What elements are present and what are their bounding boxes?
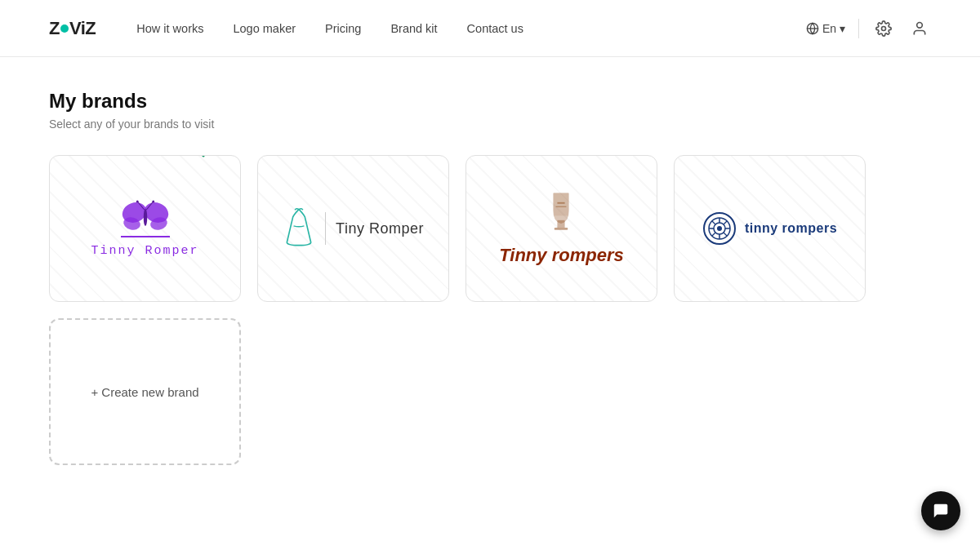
nav-brand-kit[interactable]: Brand kit (390, 22, 437, 35)
user-icon (911, 20, 928, 37)
logo-dot (60, 24, 69, 33)
nav-right: En ▾ (806, 17, 931, 40)
svg-point-8 (143, 209, 147, 226)
lang-label: En (822, 22, 836, 35)
svg-line-23 (724, 233, 727, 236)
nav-divider (858, 19, 859, 38)
nav-links: How it works Logo maker Pricing Brand ki… (136, 21, 806, 36)
settings-button[interactable] (872, 17, 895, 40)
globe-icon (806, 22, 819, 35)
language-selector[interactable]: En ▾ (806, 22, 845, 35)
brand-card-4[interactable]: tinny rompers (674, 155, 866, 302)
create-new-label: + Create new brand (91, 385, 198, 399)
svg-rect-14 (555, 228, 568, 230)
svg-line-25 (712, 233, 715, 236)
svg-line-24 (724, 221, 727, 224)
chevron-down-icon: ▾ (840, 22, 845, 35)
brands-grid: Tinny Romper Tiny Ro (49, 155, 866, 302)
arrow-annotation (167, 155, 232, 175)
brand-1-name: Tinny Romper (91, 244, 198, 258)
brand-4-logo: tinny rompers (702, 211, 837, 246)
brand-1-logo: Tinny Romper (91, 199, 198, 258)
gear-icon (875, 20, 892, 37)
svg-line-22 (712, 221, 715, 224)
brand-card-2[interactable]: Tiny Romper (257, 155, 449, 302)
butterfly-icon (121, 199, 170, 236)
brand-1-inner: Tinny Romper (91, 199, 198, 258)
trophy-icon (541, 192, 581, 237)
svg-point-26 (717, 226, 722, 231)
brand-card-3[interactable]: Tinny rompers (466, 155, 657, 302)
page-subtitle: Select any of your brands to visit (49, 118, 931, 131)
brand-card-1[interactable]: Tinny Romper (49, 155, 241, 302)
svg-point-12 (152, 201, 154, 203)
brand-2-name: Tiny Romper (336, 220, 424, 237)
nav-logo-maker[interactable]: Logo maker (233, 22, 296, 35)
logo-text: Z (49, 18, 60, 39)
brand-4-inner: tinny rompers (702, 211, 837, 246)
nav-pricing[interactable]: Pricing (325, 22, 361, 35)
nav-how-it-works[interactable]: How it works (136, 22, 203, 35)
nav-contact-us[interactable]: Contact us (467, 22, 523, 35)
brand-2-logo: Tiny Romper (283, 206, 424, 251)
emblem-icon (702, 211, 737, 246)
logo-text2: ViZ (69, 18, 96, 39)
brand-4-name: tinny rompers (745, 221, 837, 236)
logo[interactable]: ZViZ (49, 18, 96, 39)
navbar: ZViZ How it works Logo maker Pricing Bra… (0, 0, 980, 57)
dress-icon (283, 206, 315, 251)
user-profile-button[interactable] (908, 17, 931, 40)
brand-3-name: Tinny rompers (499, 245, 623, 266)
main-content: My brands Select any of your brands to v… (0, 57, 980, 498)
svg-point-11 (136, 201, 138, 203)
brand-3-inner: Tinny rompers (499, 192, 623, 266)
create-new-brand-card[interactable]: + Create new brand (49, 318, 241, 465)
svg-point-3 (917, 22, 923, 28)
brand-2-inner: Tiny Romper (283, 206, 424, 251)
page-title: My brands (49, 90, 931, 113)
brands-row2: + Create new brand (49, 318, 866, 465)
svg-point-2 (882, 26, 886, 30)
